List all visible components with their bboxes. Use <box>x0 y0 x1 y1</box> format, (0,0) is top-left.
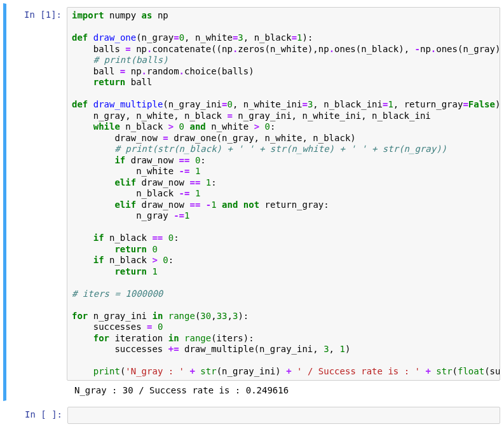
function-name: draw_multiple <box>93 99 163 109</box>
output-prompt <box>67 381 74 397</box>
comment: # print(balls) <box>72 55 168 65</box>
cell-body: import numpy as np def draw_one(n_gray=0… <box>67 7 500 397</box>
code-cell-1[interactable]: In [1]: import numpy as np def draw_one(… <box>3 3 501 401</box>
keyword: as <box>142 10 153 20</box>
code-input[interactable]: import numpy as np def draw_one(n_gray=0… <box>67 7 500 381</box>
input-prompt: In [ ]: <box>7 407 67 425</box>
input-prompt: In [1]: <box>6 7 67 397</box>
function-name: draw_one <box>93 32 136 43</box>
code-input[interactable] <box>67 407 500 425</box>
comment: # iters = 1000000 <box>72 289 163 299</box>
comment: # print(str(n_black) + ' ' + str(n_white… <box>72 144 447 154</box>
cell-output: N_gray : 30 / Success rate is : 0.249616 <box>74 382 289 397</box>
keyword: import <box>72 10 104 20</box>
keyword: def <box>72 32 88 43</box>
code-cell-2[interactable]: In [ ]: <box>3 403 501 428</box>
cell-body <box>67 407 500 425</box>
